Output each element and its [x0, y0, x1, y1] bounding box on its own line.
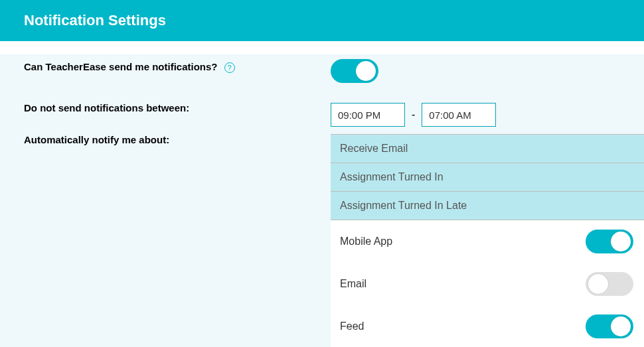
master-toggle[interactable] [331, 59, 378, 83]
category-item-assignment-turned-in[interactable]: Assignment Turned In [331, 163, 644, 192]
controls-column: - Receive Email Assignment Turned In Ass… [312, 54, 644, 347]
help-icon[interactable]: ? [224, 62, 235, 73]
page-title: Notification Settings [0, 0, 644, 41]
dash-separator: - [412, 109, 415, 121]
content: Can TeacherEase send me notifications? ?… [0, 54, 644, 347]
channel-row-mobile-app: Mobile App [331, 220, 644, 263]
category-item-receive-email[interactable]: Receive Email [331, 135, 644, 163]
channel-row-email: Email [331, 263, 644, 305]
channel-toggle-feed[interactable] [586, 314, 633, 338]
channel-label: Feed [340, 320, 364, 332]
labels-column: Can TeacherEase send me notifications? ?… [0, 54, 312, 347]
channel-toggle-email[interactable] [586, 272, 633, 296]
quiet-start-input[interactable] [331, 103, 405, 127]
channel-label: Mobile App [340, 236, 392, 247]
auto-notify-label-row: Automatically notify me about: [24, 134, 312, 145]
quiet-hours-label: Do not send notifications between: [24, 102, 189, 113]
category-label: Receive Email [340, 143, 408, 154]
master-toggle-row [312, 54, 644, 96]
category-label: Assignment Turned In [340, 171, 443, 182]
can-send-label-row: Can TeacherEase send me notifications? ? [24, 54, 312, 96]
channel-list: Mobile App Email Feed [331, 220, 644, 347]
quiet-hours-label-row: Do not send notifications between: [24, 96, 312, 134]
auto-notify-label: Automatically notify me about: [24, 134, 169, 145]
page-title-text: Notification Settings [24, 12, 166, 29]
quiet-end-input[interactable] [422, 103, 496, 127]
category-list: Receive Email Assignment Turned In Assig… [331, 134, 644, 220]
quiet-hours-row: - [312, 96, 644, 134]
category-item-assignment-turned-in-late[interactable]: Assignment Turned In Late [331, 192, 644, 220]
category-label: Assignment Turned In Late [340, 200, 467, 211]
channel-label: Email [340, 278, 366, 290]
channel-row-feed: Feed [331, 305, 644, 347]
can-send-label: Can TeacherEase send me notifications? [24, 61, 217, 72]
channel-toggle-mobile-app[interactable] [586, 230, 633, 253]
